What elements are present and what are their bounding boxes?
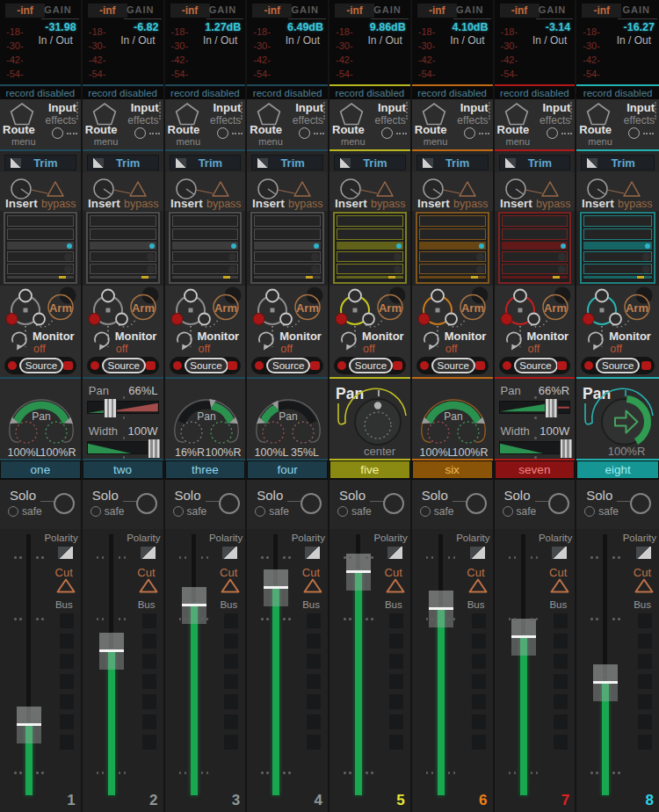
pan-slider-value[interactable]: 66%R [539, 384, 569, 397]
bus-assign-button[interactable] [142, 694, 156, 709]
bus-assign-button[interactable] [307, 654, 321, 669]
pan-left-value[interactable]: 100%L [255, 446, 289, 459]
processor-send-slot[interactable] [419, 251, 486, 262]
monitor-state[interactable]: off [363, 343, 375, 355]
input-select-dot[interactable] [102, 290, 114, 302]
bus-assign-button[interactable] [142, 613, 156, 628]
bypass-triangle-icon[interactable] [460, 182, 475, 196]
processor-fader-entry[interactable] [90, 242, 156, 250]
pan-left-value[interactable]: 100%L [8, 446, 42, 459]
pan-value-label[interactable]: center [364, 445, 396, 458]
bus-assign-button[interactable] [472, 674, 486, 689]
send-knob-icon[interactable] [642, 253, 650, 261]
send-knob-icon[interactable] [558, 253, 566, 261]
bus-assign-button[interactable] [472, 714, 486, 729]
bus-assign-button[interactable] [638, 714, 652, 729]
width-slider[interactable] [87, 441, 159, 454]
solo-button[interactable] [630, 493, 651, 514]
processor-send-slot[interactable] [583, 264, 652, 274]
input-select-dot[interactable] [19, 290, 32, 302]
peak-readout-button[interactable]: -inf [582, 4, 621, 18]
width-slider[interactable] [499, 441, 571, 454]
monitor-knob-icon[interactable] [589, 332, 603, 346]
trim-button[interactable]: Trim [87, 155, 159, 170]
monitor-label[interactable]: Monitor [609, 330, 651, 343]
pan-left-value[interactable]: 100%L [419, 446, 453, 459]
monitor-state[interactable]: off [528, 343, 540, 355]
meter-inout-toggle[interactable]: In / Out [286, 34, 320, 47]
peak-readout-button[interactable]: -inf [170, 4, 210, 18]
source-button[interactable]: Source [416, 357, 489, 374]
processor-slot[interactable] [583, 215, 652, 227]
cut-button[interactable] [550, 578, 569, 593]
source-button-label[interactable]: Source [185, 358, 228, 373]
bus-assign-button[interactable] [389, 654, 403, 669]
trim-button[interactable]: Trim [4, 155, 76, 170]
input-select-dot[interactable] [266, 290, 279, 302]
bus-assign-button[interactable] [472, 694, 486, 709]
bus-assign-button[interactable] [554, 654, 568, 669]
meter-inout-toggle[interactable]: In / Out [532, 34, 567, 47]
route-menu-button[interactable]: Route [85, 123, 118, 136]
send-knob-icon[interactable] [311, 265, 319, 273]
bypass-triangle-icon[interactable] [294, 182, 310, 196]
fader-handle[interactable] [346, 554, 371, 591]
arm-label[interactable]: Arm [461, 301, 484, 315]
bypass-label[interactable]: bypass [371, 198, 406, 210]
bus-assign-button[interactable] [389, 613, 403, 628]
playback-dot[interactable] [528, 314, 540, 325]
record-dot[interactable] [583, 314, 594, 325]
bus-assign-button[interactable] [472, 654, 486, 669]
meter-inout-toggle[interactable]: In / Out [38, 34, 72, 47]
bus-assign-button[interactable] [307, 735, 321, 750]
source-button[interactable]: Source [334, 357, 406, 374]
send-knob-icon[interactable] [147, 265, 155, 273]
pan-value-label[interactable]: 100%R [608, 445, 646, 458]
channel-name[interactable]: four [248, 461, 327, 478]
processor-fader-entry[interactable] [172, 242, 239, 250]
source-button-label[interactable]: Source [431, 358, 475, 373]
pan-right-knob[interactable] [46, 422, 67, 443]
solo-safe-toggle[interactable] [420, 506, 431, 517]
playback-dot[interactable] [363, 314, 374, 325]
width-slider-handle[interactable] [148, 439, 161, 459]
bus-assign-button[interactable] [554, 634, 568, 649]
monitor-knob-icon[interactable] [95, 332, 109, 346]
processor-slot[interactable] [419, 228, 486, 240]
bus-assign-button[interactable] [60, 694, 74, 709]
polarity-button[interactable] [305, 547, 320, 559]
monitor-label[interactable]: Monitor [115, 330, 157, 343]
cut-button[interactable] [634, 578, 654, 593]
input-connector-icon[interactable] [217, 127, 228, 139]
send-knob-icon[interactable] [476, 265, 484, 273]
meter-inout-toggle[interactable]: In / Out [450, 34, 484, 47]
bus-assign-button[interactable] [224, 714, 238, 729]
monitor-state[interactable]: off [280, 343, 293, 355]
send-knob-icon[interactable] [228, 253, 236, 261]
send-knob-icon[interactable] [642, 265, 650, 273]
processor-send-slot[interactable] [337, 251, 403, 262]
gain-value-display[interactable]: -16.27 [624, 21, 655, 33]
solo-button[interactable] [383, 493, 404, 514]
cut-button[interactable] [468, 578, 488, 593]
pan-left-knob[interactable] [16, 422, 37, 443]
insert-controls[interactable]: Insertbypass [83, 172, 163, 211]
bus-assign-button[interactable] [224, 735, 238, 750]
pan-slider-value[interactable]: 66%L [128, 384, 157, 397]
source-button-label[interactable]: Source [266, 358, 310, 373]
pan-right-value[interactable]: 100%R [205, 446, 241, 459]
insert-controls[interactable]: Insertbypass [330, 172, 410, 211]
bypass-triangle-icon[interactable] [542, 182, 558, 196]
playback-dot[interactable] [610, 314, 621, 325]
input-connector-icon[interactable] [134, 127, 146, 139]
bus-assign-button[interactable] [638, 654, 652, 669]
width-slider-handle[interactable] [560, 439, 573, 459]
pan-arc-widget[interactable]: Pan100%L35%L [247, 379, 328, 459]
pan-knob-widget[interactable]: Pancenter [330, 379, 410, 459]
trim-button[interactable]: Trim [416, 155, 489, 170]
input-connector-icon[interactable] [464, 127, 475, 139]
input-button[interactable]: Input [378, 101, 406, 114]
bus-assign-button[interactable] [472, 735, 486, 750]
bus-assign-button[interactable] [554, 735, 568, 750]
send-knob-icon[interactable] [311, 253, 319, 261]
